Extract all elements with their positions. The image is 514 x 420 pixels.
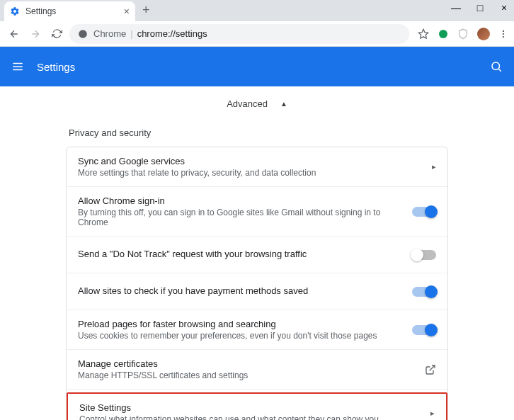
row-subtitle: Manage HTTPS/SSL certificates and settin…: [78, 370, 416, 380]
settings-row[interactable]: Send a "Do Not Track" request with your …: [67, 237, 447, 273]
settings-row[interactable]: Site SettingsControl what information we…: [67, 392, 447, 420]
row-text: Manage certificatesManage HTTPS/SSL cert…: [78, 358, 416, 380]
browser-tab[interactable]: Settings ×: [4, 1, 135, 21]
chevron-right-icon: ▸: [430, 409, 435, 418]
advanced-label: Advanced: [227, 98, 268, 109]
row-subtitle: Control what information websites can us…: [79, 414, 422, 420]
row-text: Allow sites to check if you have payment…: [78, 285, 404, 297]
toggle-switch[interactable]: [412, 250, 436, 260]
svg-point-0: [79, 30, 87, 38]
svg-point-4: [503, 33, 504, 34]
svg-point-2: [439, 30, 447, 38]
toggle-switch[interactable]: [412, 207, 436, 217]
row-title: Allow Chrome sign-in: [78, 195, 404, 206]
chevron-up-icon: ▲: [280, 100, 287, 108]
hamburger-icon[interactable]: [11, 60, 24, 73]
row-title: Site Settings: [79, 402, 422, 413]
toggle-switch[interactable]: [412, 325, 436, 335]
search-icon[interactable]: [490, 60, 503, 73]
appbar-title: Settings: [37, 61, 75, 73]
svg-line-10: [498, 69, 501, 71]
row-subtitle: More settings that relate to privacy, se…: [78, 168, 423, 178]
external-link-icon[interactable]: [425, 364, 436, 375]
row-title: Manage certificates: [78, 358, 416, 369]
new-tab-button[interactable]: +: [142, 3, 150, 18]
section-title: Privacy and security: [66, 120, 448, 147]
settings-row[interactable]: Manage certificatesManage HTTPS/SSL cert…: [67, 350, 447, 390]
profile-avatar[interactable]: [477, 28, 490, 40]
address-bar[interactable]: Chrome | chrome://settings: [69, 24, 409, 44]
row-text: Send a "Do Not Track" request with your …: [78, 249, 404, 261]
close-window-icon[interactable]: ×: [498, 2, 510, 13]
svg-point-9: [492, 62, 500, 70]
row-title: Allow sites to check if you have payment…: [78, 285, 404, 296]
minimize-icon[interactable]: —: [450, 2, 462, 13]
back-button[interactable]: [6, 25, 23, 42]
settings-row[interactable]: Sync and Google servicesMore settings th…: [67, 147, 447, 187]
gear-icon: [10, 6, 20, 16]
extension-icon-1[interactable]: [438, 28, 449, 40]
forward-button[interactable]: [27, 25, 44, 42]
row-title: Preload pages for faster browsing and se…: [78, 319, 404, 329]
row-subtitle: By turning this off, you can sign in to …: [78, 208, 404, 227]
row-text: Site SettingsControl what information we…: [79, 402, 422, 420]
window-controls: — □ ×: [450, 2, 510, 13]
close-icon[interactable]: ×: [124, 6, 130, 17]
row-text: Preload pages for faster browsing and se…: [78, 319, 404, 341]
omnibox-separator: |: [130, 28, 132, 39]
settings-row[interactable]: Allow sites to check if you have payment…: [67, 273, 447, 310]
omnibox-url: chrome://settings: [137, 28, 207, 39]
settings-row[interactable]: Allow Chrome sign-inBy turning this off,…: [67, 187, 447, 237]
row-title: Send a "Do Not Track" request with your …: [78, 249, 404, 259]
privacy-section: Privacy and security Sync and Google ser…: [66, 120, 448, 420]
svg-line-11: [430, 365, 435, 370]
chevron-right-icon: ▸: [432, 162, 436, 171]
advanced-toggle[interactable]: Advanced ▲: [0, 86, 514, 120]
browser-toolbar: Chrome | chrome://settings: [0, 21, 514, 47]
tab-strip: Settings × + — □ ×: [0, 0, 514, 21]
svg-point-5: [503, 35, 504, 37]
tab-title: Settings: [25, 6, 56, 16]
shield-icon[interactable]: [457, 28, 469, 40]
row-text: Allow Chrome sign-inBy turning this off,…: [78, 195, 404, 227]
svg-point-3: [503, 30, 504, 31]
row-title: Sync and Google services: [78, 156, 423, 166]
svg-marker-1: [418, 29, 428, 38]
row-text: Sync and Google servicesMore settings th…: [78, 156, 423, 178]
toggle-switch[interactable]: [412, 287, 436, 297]
settings-card: Sync and Google servicesMore settings th…: [66, 147, 448, 420]
reload-button[interactable]: [48, 25, 65, 42]
settings-content: Advanced ▲ Privacy and security Sync and…: [0, 86, 514, 420]
menu-icon[interactable]: [498, 29, 508, 39]
star-icon[interactable]: [418, 28, 429, 40]
maximize-icon[interactable]: □: [474, 2, 486, 13]
settings-row[interactable]: Preload pages for faster browsing and se…: [67, 310, 447, 350]
omnibox-label: Chrome: [93, 28, 126, 39]
row-subtitle: Uses cookies to remember your preference…: [78, 331, 404, 341]
settings-appbar: Settings: [0, 47, 514, 86]
